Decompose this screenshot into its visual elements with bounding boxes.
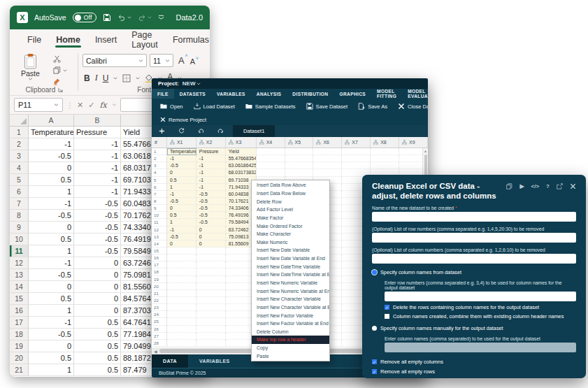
checkbox-remove-all-empty-columns[interactable]: ✓ Remove all empty columns	[372, 359, 576, 365]
underline-button[interactable]: U	[103, 73, 109, 83]
grid-cell[interactable]: -1	[196, 184, 226, 191]
grid-cell[interactable]: -0.5	[167, 198, 196, 205]
cell-a12[interactable]: -1	[29, 257, 74, 269]
toolbar-sample-datasets-button[interactable]: Sample Datasets	[245, 103, 296, 110]
bold-button[interactable]: B	[84, 73, 90, 83]
cell-b3[interactable]: -1	[74, 150, 121, 162]
add-dataset-button[interactable]	[152, 125, 171, 137]
grid-cell[interactable]: 1	[167, 219, 196, 226]
save-button[interactable]	[103, 13, 111, 22]
grid-cell[interactable]	[196, 304, 226, 311]
menu-item-insert-data-row-above[interactable]: Insert Data Row Above	[252, 181, 329, 189]
grid-cell[interactable]	[196, 311, 226, 318]
cell-a19[interactable]: 0	[29, 340, 74, 352]
grid-cell[interactable]	[167, 297, 196, 304]
bottom-tab-variables[interactable]: VARIABLES	[188, 354, 241, 368]
grid-cell[interactable]	[167, 340, 196, 347]
grid-cell[interactable]: Temperature	[167, 148, 196, 155]
close-icon[interactable]	[570, 183, 576, 189]
grid-cell[interactable]	[196, 254, 226, 261]
grid-cell[interactable]: 0	[196, 233, 226, 240]
grid-cell[interactable]	[257, 169, 285, 176]
new-dataset-name-input[interactable]	[372, 212, 576, 222]
name-box[interactable]: P11	[14, 98, 63, 112]
open-new-icon[interactable]	[557, 183, 563, 189]
borders-button[interactable]	[122, 74, 131, 82]
cell-b5[interactable]: -1	[74, 174, 121, 186]
radio-manual[interactable]: Specify column names manually for the ou…	[372, 325, 576, 331]
grid-cell[interactable]: -1	[167, 191, 196, 198]
copy-icon[interactable]	[506, 183, 512, 189]
cell-a15[interactable]: 0.5	[29, 293, 74, 305]
manual-column-names-input[interactable]	[385, 343, 576, 352]
toolbar-close-dataset-button[interactable]: Close Dataset	[398, 103, 428, 110]
grid-row-number[interactable]: 8	[152, 198, 167, 205]
grow-font-button[interactable]: A˄	[178, 55, 185, 66]
grid-row-number[interactable]: 17	[152, 261, 167, 268]
cell-a18[interactable]: -0.5	[29, 329, 74, 340]
grid-cell[interactable]: 0	[167, 240, 196, 247]
grid-cell[interactable]	[342, 162, 371, 169]
grid-cell[interactable]	[167, 311, 196, 318]
grid-cell[interactable]	[196, 290, 226, 297]
undo-button[interactable]	[117, 14, 131, 22]
grid-row-number[interactable]: 14	[152, 240, 167, 247]
grid-cell[interactable]: 63.06186425	[226, 162, 257, 169]
quick-access-more-button[interactable]	[158, 15, 164, 20]
checkbox-delete-the-rows-containing-column-names-[interactable]: ✓ Delete the rows containing column name…	[385, 304, 576, 310]
grid-cell[interactable]	[167, 268, 196, 275]
menu-item-insert-new-datetime-variable-at-end[interactable]: Insert New DateTime Variable at End	[252, 271, 329, 279]
menu-item-make-character[interactable]: Make Character	[252, 230, 329, 238]
grid-cell[interactable]	[285, 155, 314, 162]
cell-a5[interactable]: 0.5	[29, 174, 74, 186]
grid-row-number[interactable]: 18	[152, 268, 167, 275]
cell-b8[interactable]: -0.5	[74, 210, 121, 222]
menu-item-insert-new-character-variable[interactable]: Insert New Character Variable	[252, 295, 329, 303]
grid-cell[interactable]	[371, 155, 399, 162]
grid-cell[interactable]	[167, 333, 196, 340]
menu-item-delete-row[interactable]: Delete Row	[252, 197, 329, 206]
grid-cell[interactable]	[196, 276, 226, 283]
grid-column-x6[interactable]: X6	[313, 137, 342, 148]
undo-icon[interactable]	[191, 125, 210, 137]
cell-a8[interactable]: -0.5	[29, 210, 74, 222]
row-header-15[interactable]: 15	[10, 293, 29, 305]
grid-cell[interactable]	[196, 297, 226, 304]
grid-cell[interactable]: 0	[167, 169, 196, 176]
grid-index-header[interactable]: #	[152, 137, 167, 148]
cut-button[interactable]	[53, 55, 67, 63]
grid-cell[interactable]: Pressure	[196, 148, 226, 155]
remove-project-button[interactable]: Remove Project	[152, 114, 428, 125]
grid-cell[interactable]: 1	[167, 184, 196, 191]
checkbox-column-names-created-combine-them-with-e[interactable]: Column names created, combine them with …	[385, 313, 576, 319]
grid-row-number[interactable]: 22	[152, 297, 167, 304]
scroll-thumb[interactable]	[424, 155, 427, 175]
menu-item-insert-new-factor-variable-at-end[interactable]: Insert New Factor Variable at End	[252, 319, 329, 328]
grid-cell[interactable]: -1	[196, 155, 226, 162]
menu-item-paste[interactable]: Paste	[252, 352, 329, 360]
row-header-13[interactable]: 13	[10, 269, 29, 281]
font-size-select[interactable]: 11	[150, 54, 173, 67]
row-header-1[interactable]: 1	[10, 127, 29, 138]
select-all-corner[interactable]	[10, 115, 29, 126]
grid-row-number[interactable]: 27	[152, 333, 167, 340]
grid-row-number[interactable]: 6	[152, 184, 167, 191]
toolbar-open-button[interactable]: Open	[160, 103, 183, 110]
grid-cell[interactable]	[257, 162, 285, 169]
row-header-11[interactable]: 11	[10, 245, 29, 257]
grid-cell[interactable]: -0.5	[196, 212, 226, 219]
cell-b15[interactable]: 0	[74, 293, 121, 305]
menu-item-make-top-row-a-header[interactable]: Make top row a header	[252, 336, 329, 344]
menu-item-copy[interactable]: Copy	[252, 344, 329, 352]
cell-b21[interactable]: 0.5	[74, 364, 121, 376]
row-header-4[interactable]: 4	[10, 162, 29, 174]
menu-datasets[interactable]: DATASETS	[174, 89, 211, 99]
grid-cell[interactable]: -0.5	[196, 198, 226, 205]
cell-a1[interactable]: Temperature	[29, 127, 74, 138]
grid-cell[interactable]	[196, 333, 226, 340]
menu-item-insert-new-numeric-variable[interactable]: Insert New Numeric Variable	[252, 279, 329, 287]
grid-cell[interactable]	[196, 283, 226, 290]
menu-item-insert-new-character-variable-at-end[interactable]: Insert New Character Variable at End	[252, 303, 329, 312]
grid-row-number[interactable]: 7	[152, 191, 167, 198]
menu-item-make-numeric[interactable]: Make Numeric	[252, 238, 329, 246]
